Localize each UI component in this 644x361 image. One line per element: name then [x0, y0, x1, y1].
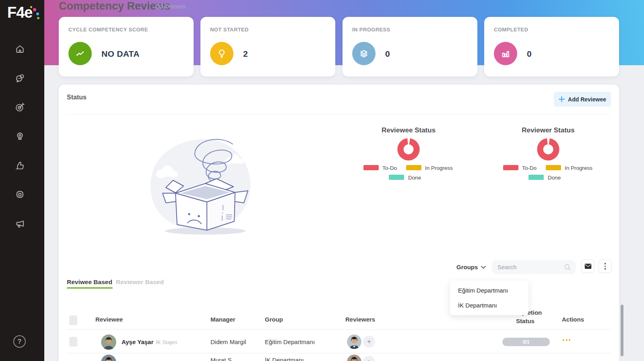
logo-dot-green [37, 17, 39, 19]
legend-swatch-done [389, 175, 404, 180]
column-header-manager: Manager [211, 316, 235, 323]
help-icon[interactable]: ? [13, 335, 26, 348]
target-icon[interactable] [14, 102, 25, 113]
row-divider [67, 353, 611, 353]
legend-label-in-progress: In Progress [565, 165, 592, 171]
stat-label: NOT STARTED [210, 27, 249, 33]
stat-value: 2 [243, 49, 248, 59]
legend-swatch-in-progress [406, 165, 421, 170]
active-tab-indicator [67, 287, 113, 289]
legend-label-in-progress: In Progress [425, 165, 453, 171]
page: Competency Reviews Q3 Dönem F4e [0, 0, 644, 361]
brand-logo[interactable]: F4e [7, 4, 32, 21]
empty-box-illustration [140, 132, 261, 237]
table-header-divider [67, 329, 611, 330]
section-divider [67, 114, 611, 114]
add-reviewee-button[interactable]: Add Reviewee [554, 92, 611, 107]
kebab-icon [605, 263, 606, 270]
legend-label-done: Done [548, 175, 561, 181]
email-button[interactable] [581, 260, 594, 273]
stat-card-completed: COMPLETED 0 [484, 17, 619, 76]
reviewer-avatar [347, 334, 361, 349]
dropdown-item-egitim[interactable]: Eğitim Departmanı [450, 283, 528, 298]
page-title: Competency Reviews [59, 0, 171, 12]
completion-progress-pill: 0/1 [502, 338, 550, 346]
sidebar: F4e ? [0, 0, 44, 361]
chart-title-reviewer-status: Reviewer Status [504, 126, 592, 134]
legend-swatch-todo [363, 165, 379, 170]
logo-dot-yellow [30, 6, 32, 8]
chart-title-reviewee-status: Reviewee Status [364, 126, 453, 134]
chat-icon[interactable] [14, 73, 25, 84]
add-reviewer-button[interactable]: + [363, 336, 375, 348]
bar-chart-icon [494, 42, 517, 65]
settings-icon[interactable] [14, 189, 25, 200]
reviewee-status-donut [397, 138, 420, 161]
row-actions-button[interactable] [563, 339, 570, 341]
stat-value: 0 [385, 49, 390, 59]
column-header-reviewee: Reviewee [95, 316, 123, 323]
legend-swatch-todo [503, 165, 518, 170]
logo-dot-blue [36, 12, 39, 15]
logo-dot-pink [33, 8, 36, 11]
search-input[interactable] [497, 260, 562, 274]
stat-card-competency-score: CYCLE COMPETENCY SCORE NO DATA [59, 17, 194, 76]
legend-swatch-in-progress [546, 165, 561, 170]
manager-cell: Didem Margil [211, 338, 246, 345]
tab-reviewee-based[interactable]: Reviwee Based [67, 278, 112, 286]
section-title: Status [67, 94, 87, 101]
scrollbar-thumb[interactable] [621, 305, 623, 356]
reviewee-name: Ayşe YaşarİK Stajeri [122, 338, 177, 345]
legend-label-todo: To-Do [522, 165, 537, 171]
tab-reviewer-based[interactable]: Reviewer Based [116, 278, 164, 286]
stat-value: NO DATA [101, 49, 140, 59]
column-header-group: Group [265, 316, 283, 323]
page-subtitle: Q3 Dönem [155, 3, 186, 10]
group-cell: Eğitim Departmanı [265, 338, 315, 345]
reviewee-avatar [101, 334, 116, 350]
select-all-checkbox[interactable] [69, 316, 77, 325]
megaphone-icon[interactable] [14, 219, 25, 229]
column-header-reviewers: Reviewers [345, 316, 375, 323]
reviewee-role: İK Stajeri [156, 339, 177, 345]
trend-icon [68, 42, 92, 65]
plus-icon [559, 96, 565, 102]
dropdown-item-ik[interactable]: İK Departmanı [450, 298, 528, 313]
row-checkbox[interactable] [69, 337, 77, 347]
reviewer-status-donut [537, 138, 560, 161]
stat-label: COMPLETED [494, 27, 528, 33]
column-header-actions: Actions [562, 316, 584, 323]
layers-icon [352, 42, 376, 65]
lightbulb-icon [210, 42, 233, 65]
stat-label: IN PROGRESS [352, 27, 390, 33]
stat-card-in-progress: IN PROGRESS 0 [343, 17, 477, 76]
stat-card-not-started: NOT STARTED 2 [200, 17, 335, 76]
thumbs-up-icon[interactable] [14, 160, 25, 171]
search-icon [564, 263, 572, 271]
stat-label: CYCLE COMPETENCY SCORE [68, 27, 148, 33]
legend-label-done: Done [408, 175, 421, 181]
badge-icon[interactable] [14, 131, 25, 142]
stat-value: 0 [527, 49, 532, 59]
manager-cell: Murat S [211, 357, 232, 361]
search-box [492, 260, 576, 274]
legend-label-todo: To-Do [382, 165, 397, 171]
legend-swatch-done [528, 175, 544, 180]
home-icon[interactable] [14, 43, 25, 54]
group-cell: İK Departmanı [265, 357, 304, 361]
chevron-down-icon [481, 266, 486, 269]
groups-dropdown-menu: Eğitim Departmanı İK Departmanı [450, 281, 528, 315]
more-options-button[interactable] [599, 260, 612, 273]
envelope-icon [584, 263, 592, 269]
groups-dropdown-toggle[interactable]: Groups [456, 264, 486, 270]
